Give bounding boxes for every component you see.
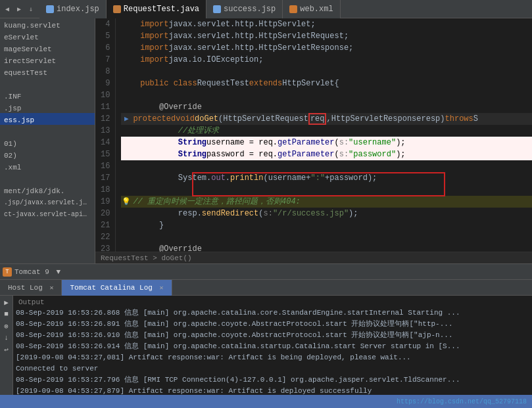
sidebar-item-10[interactable]: 01): [0, 137, 95, 148]
sidebar-item-14[interactable]: ment/jdk8/jdk.: [0, 184, 95, 196]
code-content[interactable]: import javax.servlet.http.HttpServlet; i…: [116, 18, 532, 252]
sidebar-item-11[interactable]: 02): [0, 148, 95, 160]
output-wrapper: ▶ ■ ⊗ ↓ ↩ Output 08-Sep-2019 16:53:26.86…: [0, 296, 532, 395]
sidebar-item-0[interactable]: kuang.servlet: [0, 18, 95, 30]
tomcat-icon: T: [3, 267, 12, 277]
tab-bar: ◀ ▶ ⇓ index.jsp RequestTest.java success…: [0, 0, 532, 18]
sidebar-item-7[interactable]: .jsp: [0, 101, 95, 113]
code-line-14: String username = req. getParameter ( s:…: [121, 137, 532, 148]
output-left-icons: ▶ ■ ⊗ ↓ ↩: [0, 296, 13, 395]
java-icon: [113, 5, 121, 13]
sidebar-item-6[interactable]: .INF: [0, 89, 95, 101]
code-line-17: System . out . println (username+ ":" +p…: [121, 172, 532, 184]
gutter-run-icon[interactable]: ▶: [121, 114, 132, 124]
sidebar-item-8[interactable]: ess.jsp: [0, 113, 95, 125]
code-line-9: public class RequestTest extends HttpSer…: [121, 78, 532, 89]
sidebar-item-3[interactable]: irectServlet: [0, 54, 95, 66]
status-bar: https://blog.csdn.net/qq_52797118: [0, 395, 532, 408]
sidebar-item-4[interactable]: equestTest: [0, 66, 95, 78]
output-line-4: [2019-09-08 04:53:27,081] Artifact respo…: [16, 352, 529, 363]
output-line-0: 08-Sep-2019 16:53:26.868 信息 [main] org.a…: [16, 307, 529, 319]
code-line-23: @Override: [121, 243, 532, 252]
stop-icon[interactable]: ■: [1, 309, 12, 319]
code-line-19: 💡 // 重定向时候一定注意，路径问题，否则404:: [121, 196, 532, 208]
play-icon[interactable]: ▶: [1, 297, 12, 307]
tomcat-version: ▼: [52, 268, 60, 276]
bottom-tab-bar: Host Log ✕ Tomcat Catalina Log ✕: [0, 280, 532, 296]
wrap-icon[interactable]: ↩: [1, 344, 12, 355]
clear-icon[interactable]: ⊗: [1, 321, 12, 331]
output-line-5: Connected to server: [16, 363, 529, 374]
tab-catalina-log[interactable]: Tomcat Catalina Log ✕: [62, 280, 172, 296]
code-line-11: @Override: [121, 101, 532, 113]
sidebar-item-16[interactable]: ct-javax.servlet-api4.0.1: [0, 208, 95, 219]
line-numbers: 4 5 6 7 8 9 10 11 12 13 14 15 16 17 18 1…: [95, 18, 116, 252]
code-text: [121, 18, 140, 30]
code-line-21: }: [121, 219, 532, 231]
sidebar-item-13: [0, 172, 95, 184]
forward-icon[interactable]: ▶: [14, 5, 24, 14]
tab-label: web.xml: [300, 5, 333, 14]
main-area: kuang.servlet eServlet mageServlet irect…: [0, 18, 532, 263]
scroll-icon[interactable]: ↓: [1, 332, 12, 343]
code-line-10: [121, 89, 532, 101]
output-label: Output: [16, 297, 529, 307]
breadcrumb: RequestTest > doGet(): [95, 252, 532, 263]
sidebar-item-9: [0, 125, 95, 137]
sidebar-item-15[interactable]: .jsp/javax.servlet.jsp-api2.3.3: [0, 196, 95, 208]
code-line-12: ▶ protected void doGet ( HttpServletRequ…: [121, 113, 532, 125]
sidebar-item-5: [0, 78, 95, 89]
code-line-4: import javax.servlet.http.HttpServlet;: [121, 18, 532, 30]
tab-index-jsp[interactable]: index.jsp: [39, 0, 107, 18]
code-line-18: [121, 184, 532, 196]
tomcat-label: Tomcat 9: [14, 268, 49, 276]
tab-label: RequestTest.java: [124, 5, 199, 14]
back-icon[interactable]: ◀: [3, 5, 12, 14]
code-line-7: import java.io.IOException;: [121, 54, 532, 66]
breadcrumb-text: RequestTest > doGet(): [101, 254, 192, 262]
output-line-1: 08-Sep-2019 16:53:26.891 信息 [main] org.a…: [16, 319, 529, 330]
code-line-5: import javax.servlet.http.HttpServletReq…: [121, 30, 532, 42]
code-line-20: resp. sendRedirect ( s: "/r/success.jsp"…: [121, 208, 532, 219]
xml-icon: [289, 5, 297, 13]
code-line-15: String password = req. getParameter ( s:…: [121, 148, 532, 160]
sidebar: kuang.servlet eServlet mageServlet irect…: [0, 18, 95, 263]
close-catalina-log[interactable]: ✕: [159, 284, 163, 292]
sidebar-item-12[interactable]: .xml: [0, 160, 95, 172]
jsp-icon: [46, 5, 54, 13]
tab-requesttest-java[interactable]: RequestTest.java: [107, 0, 206, 18]
code-line-6: import javax.servlet.http.HttpServletRes…: [121, 42, 532, 54]
code-line-22: [121, 231, 532, 243]
output-line-6: 08-Sep-2019 16:53:27.796 信息 [RMI TCP Con…: [16, 374, 529, 386]
tab-web-xml[interactable]: web.xml: [283, 0, 340, 18]
tab-label: success.jsp: [224, 5, 276, 14]
tab-success-jsp[interactable]: success.jsp: [206, 0, 283, 18]
output-line-2: 08-Sep-2019 16:53:26.910 信息 [main] org.a…: [16, 330, 529, 341]
tab-label: index.jsp: [57, 5, 99, 14]
gutter-lamp-icon[interactable]: 💡: [121, 196, 132, 207]
output-line-3: 08-Sep-2019 16:53:26.914 信息 [main] org.a…: [16, 341, 529, 352]
tab-host-log[interactable]: Host Log ✕: [0, 280, 62, 296]
editor-nav-icons: ◀ ▶ ⇓: [3, 5, 36, 14]
sidebar-item-2[interactable]: mageServlet: [0, 42, 95, 54]
recent-icon[interactable]: ⇓: [26, 5, 36, 14]
close-host-log[interactable]: ✕: [49, 284, 53, 292]
code-line-8: [121, 66, 532, 78]
sidebar-item-1[interactable]: eServlet: [0, 30, 95, 42]
code-container[interactable]: 4 5 6 7 8 9 10 11 12 13 14 15 16 17 18 1…: [95, 18, 532, 252]
editor-area: 4 5 6 7 8 9 10 11 12 13 14 15 16 17 18 1…: [95, 18, 532, 263]
jsp-icon: [213, 5, 221, 13]
bottom-panel: T Tomcat 9 ▼ Host Log ✕ Tomcat Catalina …: [0, 263, 532, 408]
output-line-7: [2019-09-08 04:53:27,879] Artifact respo…: [16, 386, 529, 395]
csdn-link[interactable]: https://blog.csdn.net/qq_52797118: [397, 398, 527, 405]
tomcat-bar: T Tomcat 9 ▼: [0, 264, 532, 280]
output-area[interactable]: Output 08-Sep-2019 16:53:26.868 信息 [main…: [13, 296, 532, 395]
code-line-13: //处理诉求: [121, 125, 532, 137]
code-line-16: [121, 160, 532, 172]
